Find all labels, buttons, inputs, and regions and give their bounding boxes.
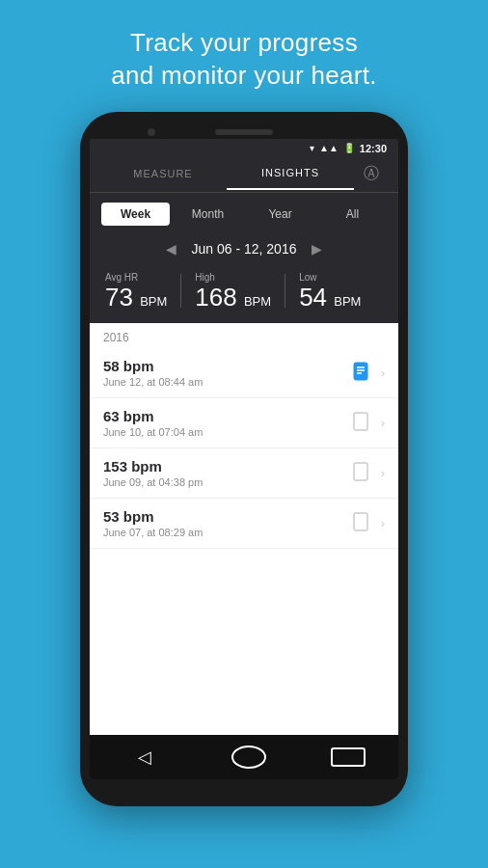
next-date-arrow[interactable]: ▶ bbox=[312, 241, 322, 257]
table-row[interactable]: 58 bpm June 12, at 08:44 am › bbox=[90, 348, 398, 398]
document-icon[interactable] bbox=[352, 461, 373, 484]
reading-time: June 09, at 04:38 pm bbox=[103, 476, 352, 488]
period-selector: Week Month Year All bbox=[90, 193, 398, 235]
header-text: Track your progress and monitor your hea… bbox=[111, 27, 377, 93]
reading-bpm: 63 bpm bbox=[103, 408, 352, 424]
date-range-label: Jun 06 - 12, 2016 bbox=[192, 241, 297, 257]
profile-icon[interactable]: Ⓐ bbox=[354, 156, 389, 192]
home-button[interactable] bbox=[231, 746, 266, 769]
chevron-right-icon[interactable]: › bbox=[381, 466, 385, 480]
period-week[interactable]: Week bbox=[101, 203, 170, 226]
stat-high: High 168 BPM bbox=[195, 272, 271, 310]
svg-rect-0 bbox=[354, 363, 367, 380]
reading-actions: › bbox=[352, 511, 385, 534]
phone-camera bbox=[148, 128, 155, 136]
document-icon[interactable] bbox=[352, 411, 373, 434]
battery-icon: 🔋 bbox=[343, 143, 355, 153]
readings-container: 58 bpm June 12, at 08:44 am › 63 bpm Jun… bbox=[90, 348, 398, 549]
header-line1: Track your progress bbox=[130, 28, 358, 57]
document-icon[interactable] bbox=[352, 511, 373, 534]
chevron-right-icon[interactable]: › bbox=[381, 516, 385, 530]
reading-bpm: 58 bpm bbox=[103, 358, 352, 374]
phone-speaker bbox=[215, 129, 273, 135]
reading-bpm: 153 bpm bbox=[103, 458, 352, 475]
period-year[interactable]: Year bbox=[246, 203, 314, 226]
note-empty-icon bbox=[353, 512, 372, 533]
phone-top-bar bbox=[90, 122, 398, 139]
back-button[interactable]: ◁ bbox=[122, 743, 167, 772]
note-empty-icon bbox=[353, 412, 372, 433]
period-all[interactable]: All bbox=[318, 203, 387, 226]
nav-tabs: MEASURE INSIGHTS Ⓐ bbox=[90, 156, 398, 193]
svg-rect-4 bbox=[354, 413, 367, 430]
stat-divider-2 bbox=[285, 274, 285, 308]
chevron-right-icon[interactable]: › bbox=[381, 366, 385, 380]
phone-bottom-nav: ◁ bbox=[90, 735, 398, 779]
note-filled-icon bbox=[353, 362, 372, 383]
svg-rect-5 bbox=[354, 463, 367, 480]
prev-date-arrow[interactable]: ◀ bbox=[166, 241, 176, 257]
recents-button[interactable] bbox=[331, 747, 366, 767]
low-label: Low bbox=[299, 272, 361, 283]
header-line2: and monitor your heart. bbox=[111, 61, 377, 90]
phone-frame: ▾ ▲▲ 🔋 12:30 MEASURE INSIGHTS Ⓐ Week Mon… bbox=[80, 112, 408, 806]
reading-time: June 07, at 08:29 am bbox=[103, 527, 352, 538]
tab-measure[interactable]: MEASURE bbox=[99, 158, 227, 189]
reading-bpm: 53 bpm bbox=[103, 508, 352, 525]
reading-actions: › bbox=[352, 461, 385, 484]
phone-screen: ▾ ▲▲ 🔋 12:30 MEASURE INSIGHTS Ⓐ Week Mon… bbox=[90, 139, 398, 779]
stat-avg-hr: Avg HR 73 BPM bbox=[105, 272, 167, 310]
period-month[interactable]: Month bbox=[174, 203, 242, 226]
reading-time: June 10, at 07:04 am bbox=[103, 426, 352, 438]
document-icon[interactable] bbox=[352, 361, 373, 384]
note-empty-icon bbox=[353, 462, 372, 483]
stat-low: Low 54 BPM bbox=[299, 272, 361, 310]
high-value: 168 BPM bbox=[195, 285, 271, 310]
reading-info: 153 bpm June 09, at 04:38 pm bbox=[103, 458, 352, 488]
table-row[interactable]: 53 bpm June 07, at 08:29 am › bbox=[90, 499, 398, 549]
chevron-right-icon[interactable]: › bbox=[381, 416, 385, 430]
signal-icon: ▲▲ bbox=[319, 143, 339, 153]
reading-actions: › bbox=[352, 411, 385, 434]
reading-info: 53 bpm June 07, at 08:29 am bbox=[103, 508, 352, 538]
reading-actions: › bbox=[352, 361, 385, 384]
reading-time: June 12, at 08:44 am bbox=[103, 376, 352, 388]
low-value: 54 BPM bbox=[299, 285, 361, 310]
phone-chin bbox=[90, 779, 398, 797]
reading-info: 63 bpm June 10, at 07:04 am bbox=[103, 408, 352, 438]
svg-rect-6 bbox=[354, 513, 367, 530]
table-row[interactable]: 153 bpm June 09, at 04:38 pm › bbox=[90, 448, 398, 499]
stat-divider-1 bbox=[180, 274, 181, 308]
stats-row: Avg HR 73 BPM High 168 BPM Low 54 BPM bbox=[90, 262, 398, 323]
wifi-icon: ▾ bbox=[310, 143, 314, 153]
table-row[interactable]: 63 bpm June 10, at 07:04 am › bbox=[90, 398, 398, 448]
reading-info: 58 bpm June 12, at 08:44 am bbox=[103, 358, 352, 388]
date-nav: ◀ Jun 06 - 12, 2016 ▶ bbox=[90, 235, 398, 262]
avg-hr-value: 73 BPM bbox=[105, 285, 167, 310]
status-bar: ▾ ▲▲ 🔋 12:30 bbox=[90, 139, 398, 156]
high-label: High bbox=[195, 272, 271, 283]
readings-list: 2016 58 bpm June 12, at 08:44 am › 63 bp… bbox=[90, 323, 398, 735]
avg-hr-label: Avg HR bbox=[105, 272, 167, 283]
year-header: 2016 bbox=[90, 323, 398, 348]
tab-insights[interactable]: INSIGHTS bbox=[227, 157, 354, 190]
status-time: 12:30 bbox=[360, 143, 387, 154]
